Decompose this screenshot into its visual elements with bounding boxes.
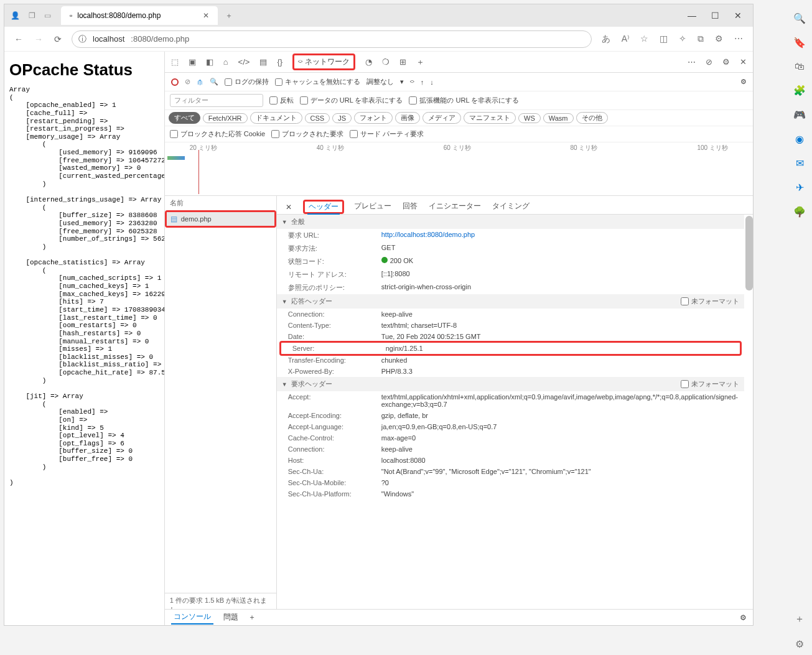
add-tab-icon[interactable]: ＋ (416, 57, 424, 68)
general-url-v[interactable]: http://localhost:8080/demo.php (381, 231, 475, 238)
throttle-chevron-icon[interactable]: ▾ (400, 78, 404, 86)
read-aloud-icon[interactable]: A⁾ (622, 34, 629, 45)
section-request-headers[interactable]: ▼要求ヘッダー未フォーマット (277, 377, 744, 391)
timeline[interactable]: 20 ミリ秒 40 ミリ秒 60 ミリ秒 80 ミリ秒 100 ミリ秒 (165, 142, 753, 196)
sidebar-shopping-icon[interactable]: 🛍 (795, 61, 805, 72)
menu-icon[interactable]: ⋯ (734, 34, 743, 45)
close-devtools-icon[interactable]: ✕ (740, 57, 747, 67)
url-input[interactable]: ⓘ localhost:8080/demo.php (72, 30, 592, 48)
tab-timing[interactable]: タイミング (491, 198, 531, 214)
tab-headers[interactable]: ヘッダー (307, 200, 340, 215)
memory-icon[interactable]: ❍ (382, 57, 390, 67)
console-icon[interactable]: ▤ (259, 57, 267, 67)
type-other[interactable]: その他 (576, 112, 608, 124)
type-media[interactable]: メディア (422, 112, 461, 124)
application-icon[interactable]: ⊞ (399, 57, 406, 67)
tab-network[interactable]: ⌔ ネットワーク (292, 53, 355, 70)
network-conditions-icon[interactable]: ⌔ (410, 78, 414, 86)
scrollbar-thumb[interactable] (745, 216, 753, 290)
throttle-select[interactable]: 調整なし (366, 77, 394, 86)
drawer-add[interactable]: ＋ (248, 612, 256, 623)
type-img[interactable]: 画像 (395, 112, 420, 124)
type-font[interactable]: フォント (354, 112, 393, 124)
tab-initiator[interactable]: イニシエーター (427, 198, 482, 214)
sidebar-tag-icon[interactable]: 🔖 (793, 37, 806, 49)
type-manifest[interactable]: マニフェスト (464, 112, 516, 124)
search-icon[interactable]: 🔍 (210, 78, 218, 86)
import-icon[interactable]: ↑ (421, 78, 424, 86)
tab-preview[interactable]: プレビュー (353, 198, 393, 214)
close-detail-icon[interactable]: ✕ (283, 200, 294, 214)
sidebar-tools-icon[interactable]: 🧩 (793, 85, 806, 96)
extensions-icon[interactable]: ⚙ (715, 34, 723, 45)
sidebar-search-icon[interactable]: 🔍 (793, 12, 806, 24)
settings-icon[interactable]: ⚙ (722, 57, 730, 67)
filter-toggle-icon[interactable]: ⫛ (197, 78, 203, 86)
raw-request-checkbox[interactable]: 未フォーマット (681, 379, 739, 389)
disable-cache-checkbox[interactable]: キャッシュを無効にする (275, 77, 360, 86)
collections-icon[interactable]: ✧ (679, 34, 686, 45)
sidebar-games-icon[interactable]: 🎮 (793, 109, 806, 121)
refresh-button[interactable]: ⟳ (54, 34, 62, 44)
headers-body[interactable]: ▼全般 要求 URL:http://localhost:8080/demo.ph… (277, 215, 753, 609)
type-wasm[interactable]: Wasm (543, 113, 574, 123)
tablist-icon[interactable]: ▭ (44, 11, 51, 20)
back-button[interactable]: ← (14, 34, 23, 44)
close-window-button[interactable]: ✕ (734, 11, 742, 21)
keep-log-checkbox[interactable]: ログの保持 (225, 77, 269, 86)
split-icon[interactable]: ◫ (660, 34, 668, 45)
invert-checkbox[interactable]: 反転 (269, 96, 294, 105)
drawer-issues[interactable]: 問題 (221, 611, 241, 624)
site-info-icon[interactable]: ⓘ (78, 34, 86, 45)
sidebar-outlook-icon[interactable]: ✉ (796, 157, 804, 169)
device-icon[interactable]: ▣ (189, 57, 196, 67)
thirdparty-checkbox[interactable]: サード パーティ要求 (350, 129, 424, 139)
translate-icon[interactable]: あ (602, 34, 610, 45)
performance-icon[interactable]: ◔ (365, 57, 372, 67)
favorite-icon[interactable]: ☆ (640, 34, 648, 45)
filter-input[interactable]: フィルター (170, 94, 263, 107)
profile-icon[interactable]: 👤 (11, 11, 20, 20)
type-ws[interactable]: WS (518, 113, 541, 123)
maximize-button[interactable]: ☐ (711, 11, 719, 21)
reqlist-header-name[interactable]: 名前 (165, 196, 276, 210)
sidebar-add-icon[interactable]: ＋ (795, 613, 805, 626)
close-tab-icon[interactable]: ✕ (203, 11, 209, 20)
type-fetch[interactable]: Fetch/XHR (203, 113, 248, 123)
dock-icon[interactable]: ◧ (206, 57, 213, 67)
error-icon[interactable]: ⊘ (706, 57, 712, 67)
request-item-demo[interactable]: ▤ demo.php (167, 212, 274, 226)
type-js[interactable]: JS (332, 113, 352, 123)
section-general[interactable]: ▼全般 (277, 215, 744, 229)
sources-icon[interactable]: {​} (277, 57, 282, 67)
blocked-cookies-checkbox[interactable]: ブロックされた応答 Cookie (170, 129, 265, 139)
raw-response-checkbox[interactable]: 未フォーマット (681, 297, 739, 306)
sidebar-settings-icon[interactable]: ⚙ (795, 638, 804, 650)
new-tab-button[interactable]: ＋ (225, 11, 233, 21)
sidebar-edge-icon[interactable]: ◉ (795, 133, 804, 145)
record-button[interactable] (171, 78, 179, 86)
type-all[interactable]: すべて (169, 112, 200, 124)
clear-button[interactable]: ⊘ (185, 78, 190, 86)
hide-ext-urls-checkbox[interactable]: 拡張機能の URL を非表示にする (409, 96, 519, 105)
network-settings-icon[interactable]: ⚙ (740, 78, 747, 86)
workspace-icon[interactable]: ❐ (29, 11, 35, 20)
browser-tab[interactable]: ▫ localhost:8080/demo.php ✕ (61, 6, 218, 25)
type-doc[interactable]: ドキュメント (250, 112, 302, 124)
drawer-console[interactable]: コンソール (171, 610, 213, 625)
type-css[interactable]: CSS (305, 113, 330, 123)
inspect-icon[interactable]: ⬚ (171, 57, 179, 67)
sidebar-plant-icon[interactable]: 🌳 (793, 206, 806, 218)
blocked-reqs-checkbox[interactable]: ブロックされた要求 (271, 129, 343, 139)
hide-data-urls-checkbox[interactable]: データの URL を非表示にする (300, 96, 403, 105)
minimize-button[interactable]: — (688, 11, 696, 21)
welcome-icon[interactable]: ⌂ (223, 57, 228, 67)
section-response-headers[interactable]: ▼応答ヘッダー未フォーマット (277, 294, 744, 309)
tab-response[interactable]: 回答 (401, 198, 419, 214)
sidebar-drop-icon[interactable]: ✈ (796, 182, 804, 193)
export-icon[interactable]: ↓ (430, 78, 434, 86)
more-icon[interactable]: ⋯ (688, 57, 696, 67)
collections2-icon[interactable]: ⧉ (698, 34, 704, 45)
drawer-settings-icon[interactable]: ⚙ (740, 613, 747, 622)
elements-icon[interactable]: </> (238, 57, 250, 67)
